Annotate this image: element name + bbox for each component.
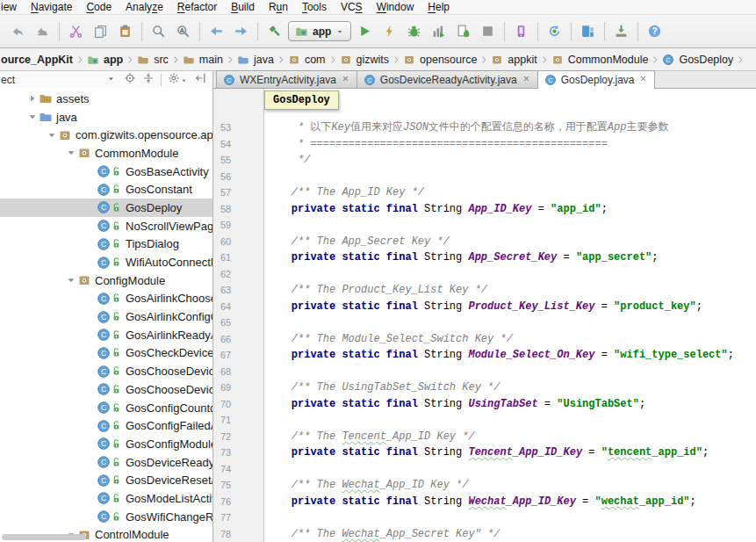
tree-item-assets[interactable]: assets bbox=[0, 90, 212, 108]
breadcrumb-item-java[interactable]: java bbox=[236, 54, 275, 66]
tree-item-GosAirlinkReadyA[interactable]: CGosAirlinkReadyA bbox=[0, 326, 212, 344]
tree-item-GosConfigCountd[interactable]: CGosConfigCountd bbox=[0, 399, 212, 417]
layout-inspector-button[interactable] bbox=[577, 20, 599, 42]
locate-button[interactable] bbox=[124, 72, 136, 87]
run-configuration-selector[interactable]: app bbox=[288, 21, 351, 41]
tree-item-TipsDialog[interactable]: CTipsDialog bbox=[0, 235, 212, 254]
device-manager-button[interactable] bbox=[510, 20, 532, 42]
tree-item-GosAirlinkConfigC[interactable]: CGosAirlinkConfigC bbox=[0, 307, 212, 326]
menu-item-run[interactable]: Run bbox=[262, 0, 295, 14]
tree-item-com.gizwits.opensource.ap[interactable]: com.gizwits.opensource.ap bbox=[0, 126, 212, 144]
breadcrumb-item-app[interactable]: app bbox=[86, 54, 124, 66]
hide-panel-button[interactable] bbox=[194, 72, 206, 87]
tree-item-NoScrollViewPage[interactable]: CNoScrollViewPage bbox=[0, 217, 212, 235]
collapse-arrow-icon[interactable] bbox=[46, 130, 58, 141]
attach-debugger-button[interactable] bbox=[452, 20, 474, 42]
tree-item-GosDeviceResetA[interactable]: CGosDeviceResetA bbox=[0, 471, 212, 489]
tab-close-button[interactable] bbox=[522, 74, 531, 86]
project-tree[interactable]: assetsjavacom.gizwits.opensource.apCommo… bbox=[0, 88, 212, 542]
tree-horizontal-scrollbar[interactable] bbox=[2, 534, 86, 540]
menu-item-code[interactable]: Code bbox=[79, 0, 119, 14]
menu-item-vcs[interactable]: VCS bbox=[334, 0, 370, 14]
breadcrumb-item-gizwits[interactable]: gizwits bbox=[339, 54, 391, 66]
tree-item-GosModeListActiv[interactable]: CGosModeListActiv bbox=[0, 489, 212, 508]
debug-button[interactable] bbox=[403, 20, 425, 42]
tab-close-button[interactable] bbox=[638, 74, 648, 86]
code-segment bbox=[266, 430, 292, 443]
apply-changes-button[interactable] bbox=[378, 20, 400, 42]
tab-close-button[interactable] bbox=[341, 74, 350, 86]
make-project-button[interactable] bbox=[263, 20, 285, 42]
code-area[interactable]: * 以下Key值用来对应JSON文件中的个配置信息的名称，用于配置App主要参数… bbox=[264, 89, 756, 542]
code-line: private static final String Wechat_App_I… bbox=[266, 494, 756, 510]
tree-item-ConfigModule[interactable]: ConfigModule bbox=[0, 271, 212, 290]
menu-item-tools[interactable]: Tools bbox=[295, 0, 334, 14]
menu-item-iew[interactable]: iew bbox=[0, 0, 24, 14]
menu-item-help[interactable]: Help bbox=[421, 0, 457, 14]
tab-WXEntryActivity.java[interactable]: CWXEntryActivity.java bbox=[216, 70, 357, 88]
navigate-back-button[interactable] bbox=[205, 20, 227, 42]
tree-item-WifiAutoConnectM[interactable]: CWifiAutoConnectM bbox=[0, 253, 212, 271]
paste-button[interactable] bbox=[114, 20, 136, 42]
line-number: 55 bbox=[213, 152, 263, 169]
tree-item-GosConfigModule[interactable]: CGosConfigModule bbox=[0, 435, 212, 453]
replace-button[interactable]: A bbox=[172, 20, 194, 42]
tree-item-GosChooseDevice[interactable]: CGosChooseDevice bbox=[0, 380, 212, 399]
cut-button[interactable] bbox=[65, 20, 87, 42]
tree-item-GosConstant[interactable]: CGosConstant bbox=[0, 180, 212, 199]
breadcrumb-item-commonmodule[interactable]: CommonModule bbox=[551, 54, 650, 66]
breadcrumb-item-com[interactable]: com bbox=[287, 54, 327, 66]
breadcrumb-item-opensource[interactable]: opensource bbox=[402, 54, 478, 66]
copy-button[interactable] bbox=[90, 20, 112, 42]
undo-button[interactable] bbox=[7, 20, 29, 42]
editor-body[interactable]: 5354555657585960616263646566676869707172… bbox=[213, 89, 756, 542]
tree-item-GosChooseDevice[interactable]: CGosChooseDevice bbox=[0, 362, 212, 380]
find-button[interactable] bbox=[148, 20, 169, 42]
breadcrumb-item-main[interactable]: main bbox=[182, 54, 224, 66]
menu-item-navigate[interactable]: Navigate bbox=[24, 0, 79, 14]
tree-item-GosBaseActivity[interactable]: CGosBaseActivity bbox=[0, 163, 212, 181]
editor-gutter[interactable]: 5354555657585960616263646566676869707172… bbox=[213, 89, 264, 542]
stop-button[interactable] bbox=[477, 20, 499, 42]
code-line bbox=[266, 509, 756, 526]
code-segment: _app_id" bbox=[652, 446, 702, 459]
tree-item-GosWifiChangeRe[interactable]: CGosWifiChangeRe bbox=[0, 508, 212, 526]
ide-window: iewNavigateCodeAnalyzeRefactorBuildRunTo… bbox=[0, 0, 756, 542]
tree-item-CommonModule[interactable]: CommonModule bbox=[0, 144, 212, 163]
run-button[interactable] bbox=[354, 20, 376, 42]
collapse-arrow-icon[interactable] bbox=[65, 148, 77, 158]
collapse-arrow-icon[interactable] bbox=[26, 112, 39, 122]
tree-item-GosAirlinkChoose[interactable]: CGosAirlinkChoose bbox=[0, 290, 212, 308]
tree-item-java[interactable]: java bbox=[0, 108, 212, 126]
breadcrumb-item-ource_appkit[interactable]: ource_AppKit bbox=[0, 54, 74, 66]
line-number: 77 bbox=[213, 509, 263, 526]
menu-item-analyze[interactable]: Analyze bbox=[119, 0, 170, 14]
menu-item-build[interactable]: Build bbox=[224, 0, 262, 14]
collapse-arrow-icon[interactable] bbox=[65, 275, 77, 285]
tab-GosDeviceReadyActivity.java[interactable]: CGosDeviceReadyActivity.java bbox=[356, 70, 538, 88]
sync-project-button[interactable] bbox=[544, 20, 565, 42]
tree-item-GosConfigFailedA[interactable]: CGosConfigFailedA bbox=[0, 416, 212, 435]
code-line: /** The Wechat_App_ID Key */ bbox=[266, 477, 756, 494]
project-view-dropdown[interactable] bbox=[106, 74, 116, 86]
help-button[interactable]: ? bbox=[644, 20, 666, 42]
gear-button[interactable] bbox=[168, 72, 188, 87]
tab-GosDeploy.java[interactable]: CGosDeploy.java bbox=[537, 70, 656, 89]
menu-item-window[interactable]: Window bbox=[370, 0, 421, 14]
expand-arrow-icon[interactable] bbox=[26, 93, 39, 104]
navigate-forward-button[interactable] bbox=[230, 20, 252, 42]
tree-item-GosCheckDeviceW[interactable]: CGosCheckDeviceW bbox=[0, 344, 212, 363]
breadcrumb-item-gosdeploy[interactable]: CGosDeploy bbox=[661, 54, 734, 66]
profile-button[interactable] bbox=[428, 20, 450, 42]
replace-icon: A bbox=[176, 24, 191, 39]
sdk-manager-button[interactable] bbox=[610, 20, 632, 42]
tab-label: GosDeploy.java bbox=[561, 74, 635, 86]
collapse-all-button[interactable] bbox=[142, 72, 155, 87]
tree-item-GosDeviceReadyA[interactable]: CGosDeviceReadyA bbox=[0, 453, 212, 472]
breadcrumb-item-src[interactable]: src bbox=[136, 54, 169, 66]
tree-item-GosDeploy[interactable]: CGosDeploy bbox=[0, 199, 212, 217]
menu-item-refactor[interactable]: Refactor bbox=[170, 0, 224, 14]
breadcrumb-item-appkit[interactable]: appkit bbox=[490, 54, 537, 66]
nav-back-icon bbox=[209, 24, 224, 39]
redo-button[interactable] bbox=[32, 20, 54, 42]
